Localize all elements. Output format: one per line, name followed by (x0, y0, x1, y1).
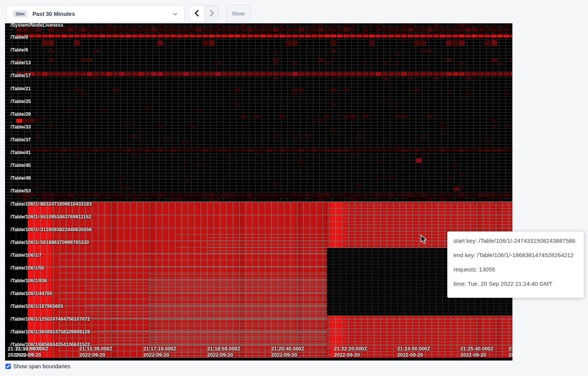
time-nav-group (189, 5, 219, 22)
show-span-boundaries-label: Show span boundaries (13, 363, 71, 369)
time-range-select[interactable]: 30m Past 30 Minutes (6, 5, 185, 22)
chevron-down-icon (172, 11, 178, 17)
now-button[interactable]: Now (226, 5, 251, 22)
heatmap-canvas[interactable] (5, 23, 512, 361)
heatmap-tooltip: start key: /Table/106/1/-247433150824388… (447, 232, 584, 298)
tooltip-start-key: start key: /Table/106/1/-247433150824388… (454, 237, 578, 245)
show-span-boundaries-checkbox[interactable] (5, 364, 11, 369)
show-span-boundaries-row[interactable]: Show span boundaries (5, 363, 71, 369)
time-range-label: Past 30 Minutes (33, 11, 172, 17)
chevron-left-icon (194, 10, 200, 18)
toolbar: 30m Past 30 Minutes Now (0, 0, 588, 23)
tooltip-time: time: Tue, 20 Sep 2022 21:24:40 GMT (454, 280, 578, 288)
chevron-right-icon (209, 10, 215, 18)
time-range-badge: 30m (13, 10, 28, 17)
tooltip-end-key: end key: /Table/106/1/-18683814745282642… (454, 251, 578, 259)
tooltip-requests: requests: 13055 (454, 265, 578, 273)
key-visualizer-heatmap[interactable]: /System/NodeLiveness/Table/0/Table/6/Tab… (5, 23, 512, 361)
prev-time-button[interactable] (190, 5, 204, 22)
next-time-button[interactable] (204, 5, 219, 22)
